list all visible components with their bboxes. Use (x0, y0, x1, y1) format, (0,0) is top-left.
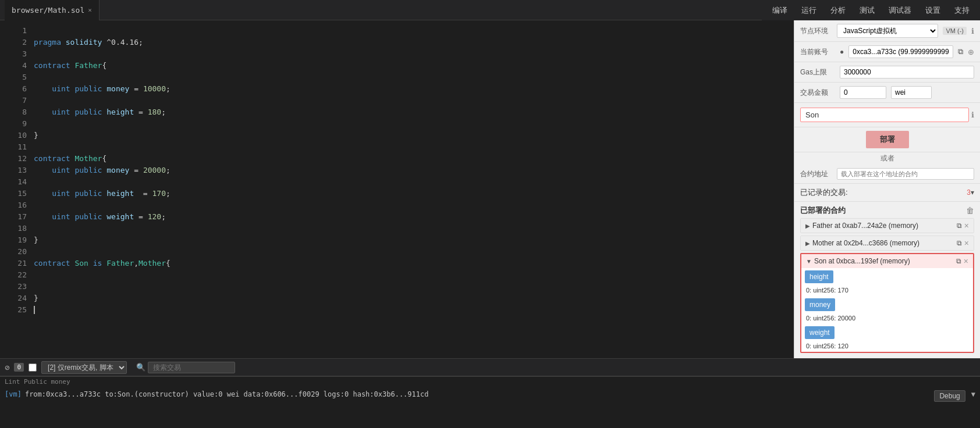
code-line: 17 uint public weight = 120; (0, 211, 794, 223)
son-contract-entry: ▼ Son at 0xbca...193ef (memory) ⧉ × heig… (800, 253, 974, 353)
code-line: 6 uint public money = 10000; (0, 83, 794, 95)
code-line: 8 uint public height = 180; (0, 106, 794, 118)
log-text: from:0xca3...a733c to:Son.(constructor) … (25, 390, 429, 398)
tx-row: 交易金额 wei gwei ether (794, 83, 980, 103)
tab-title: browser/Math.sol (12, 6, 84, 15)
money-result-value: 0: uint256: 20000 (806, 315, 855, 322)
code-line: 10 } (0, 130, 794, 141)
search-area: 🔍 (136, 362, 235, 373)
account-info-icon[interactable]: ⊕ (968, 48, 974, 56)
father-contract-entry: ▶ Father at 0xab7...24a2e (memory) ⧉ × (800, 218, 974, 233)
code-line: 2 pragma solidity ^0.4.16; (0, 37, 794, 48)
node-env-row: 节点环境 JavaScript虚拟机 VM (-) ℹ (794, 20, 980, 42)
nav-debugger[interactable]: 调试器 (883, 4, 917, 17)
contract-addr-input[interactable] (837, 168, 974, 180)
vm-badge: VM (-) (943, 27, 967, 35)
or-label: 或者 (794, 152, 980, 165)
log-count: 0 (14, 363, 24, 372)
code-line: 9 (0, 118, 794, 130)
trash-icon[interactable]: 🗑 (966, 206, 974, 215)
weight-button[interactable]: weight (805, 326, 835, 339)
tx-value-input[interactable] (840, 86, 886, 99)
code-line: 23 (0, 281, 794, 293)
bottom-bar: ⊘ 0 [2] 仅remix交易, 脚本 🔍 Lint Public money… (0, 358, 980, 428)
code-line: 7 (0, 95, 794, 106)
tx-unit-select[interactable]: wei gwei ether (891, 86, 932, 99)
clear-icon[interactable]: ⊘ (5, 363, 9, 372)
father-contract-header[interactable]: ▶ Father at 0xab7...24a2e (memory) ⧉ × (801, 219, 974, 233)
nav-analyze[interactable]: 分析 (825, 4, 851, 17)
info-icon[interactable]: ℹ (971, 27, 974, 35)
search-icon: 🔍 (136, 363, 145, 372)
deployed-label: 已部署的合约 (800, 205, 846, 216)
mother-contract-name: Mother at 0x2b4...c3686 (memory) (812, 239, 954, 247)
code-line: 5 (0, 72, 794, 83)
right-panel: 节点环境 JavaScript虚拟机 VM (-) ℹ 当前账号 ● ⧉ ⊕ G… (794, 20, 980, 358)
lint-text: Lint Public money (5, 378, 70, 386)
contract-select[interactable]: Son Father Mother (800, 108, 969, 122)
log-entry: [vm] from:0xca3...a733c to:Son.(construc… (5, 390, 975, 402)
expand-icon[interactable]: ▼ (971, 390, 975, 398)
nav-support[interactable]: 支持 (949, 4, 975, 17)
son-contract-name: Son at 0xbca...193ef (memory) (814, 257, 954, 265)
gas-input[interactable] (840, 66, 974, 79)
weight-result-value: 0: uint256: 120 (806, 343, 848, 349)
code-line: 21 contract Son is Father,Mother{ (0, 258, 794, 269)
editor-area[interactable]: 1 2 pragma solidity ^0.4.16; 3 4 contrac… (0, 20, 794, 358)
mother-contract-header[interactable]: ▶ Mother at 0x2b4...c3686 (memory) ⧉ × (801, 236, 974, 250)
height-button[interactable]: height (805, 270, 833, 283)
bottom-toolbar: ⊘ 0 [2] 仅remix交易, 脚本 🔍 (0, 359, 980, 376)
mother-close-icon[interactable]: × (964, 238, 969, 248)
father-close-icon[interactable]: × (964, 221, 969, 230)
code-line: 1 (0, 25, 794, 37)
son-close-icon[interactable]: × (964, 256, 968, 266)
weight-result: 0: uint256: 120 (801, 341, 973, 352)
son-contract-header[interactable]: ▼ Son at 0xbca...193ef (memory) ⧉ × (801, 254, 973, 268)
height-label: height (809, 273, 829, 281)
tx-label: 交易金额 (800, 88, 835, 98)
gas-row: Gas上限 (794, 62, 980, 83)
nav-compile[interactable]: 编译 (766, 4, 793, 17)
son-copy-icon[interactable]: ⧉ (956, 257, 961, 265)
nav-test[interactable]: 测试 (854, 4, 880, 17)
father-contract-name: Father at 0xab7...24a2e (memory) (812, 222, 954, 230)
code-line: 13 uint public money = 20000; (0, 165, 794, 176)
code-line: 18 (0, 223, 794, 234)
account-input[interactable] (848, 45, 953, 58)
money-button[interactable]: money (805, 298, 835, 311)
mother-expand-icon: ▶ (805, 240, 810, 247)
search-input[interactable] (148, 362, 235, 373)
code-line: 15 uint public height = 170; (0, 188, 794, 199)
lint-notice: Lint Public money (0, 376, 980, 387)
filter-checkbox[interactable] (29, 363, 37, 372)
nav-settings[interactable]: 设置 (919, 4, 946, 17)
file-tab[interactable]: browser/Math.sol × (5, 0, 100, 20)
father-copy-icon[interactable]: ⧉ (957, 222, 962, 230)
tx-section[interactable]: 已记录的交易: 3 ▾ (794, 184, 980, 202)
code-line: 22 (0, 269, 794, 281)
contract-select-info-icon[interactable]: ℹ (971, 110, 974, 119)
tx-count: 3 (967, 188, 971, 197)
close-icon[interactable]: × (88, 6, 92, 14)
mother-copy-icon[interactable]: ⧉ (957, 239, 962, 247)
code-line: 25 (0, 304, 794, 316)
main-layout: 1 2 pragma solidity ^0.4.16; 3 4 contrac… (0, 20, 980, 358)
chevron-down-icon: ▾ (971, 188, 974, 197)
nav-run[interactable]: 运行 (796, 4, 822, 17)
height-result-value: 0: uint256: 170 (806, 287, 848, 294)
account-row: 当前账号 ● ⧉ ⊕ (794, 42, 980, 62)
code-line: 12 contract Mother{ (0, 153, 794, 165)
filter-dropdown[interactable]: [2] 仅remix交易, 脚本 (41, 361, 127, 374)
account-dot-icon[interactable]: ● (840, 48, 844, 56)
deploy-button[interactable]: 部署 (866, 131, 909, 148)
nav-bar: 编译 运行 分析 测试 调试器 设置 支持 (762, 0, 980, 20)
code-line: 3 (0, 48, 794, 60)
code-line: 14 (0, 176, 794, 188)
tx-section-label: 已记录的交易: (800, 187, 964, 198)
account-copy-icon[interactable]: ⧉ (958, 47, 963, 56)
money-result: 0: uint256: 20000 (801, 313, 973, 324)
node-env-select[interactable]: JavaScript虚拟机 (837, 24, 938, 38)
money-label: money (809, 301, 830, 309)
debug-button[interactable]: Debug (934, 390, 965, 402)
deployed-section: 已部署的合约 🗑 ▶ Father at 0xab7...24a2e (memo… (794, 202, 980, 358)
